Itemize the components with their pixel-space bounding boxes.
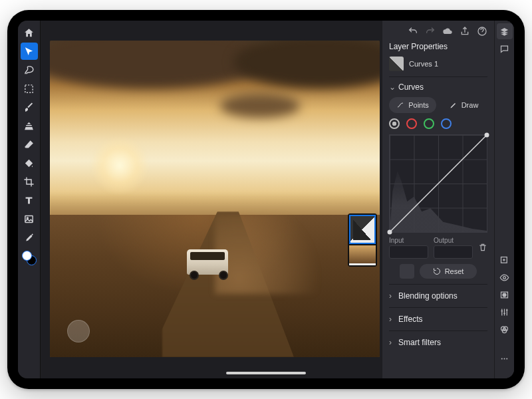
eyedropper-tool[interactable] bbox=[21, 229, 38, 246]
svg-point-13 bbox=[504, 358, 505, 359]
svg-line-4 bbox=[390, 135, 487, 232]
layer-thumbnail-stack[interactable] bbox=[348, 213, 377, 267]
curves-input-field[interactable] bbox=[389, 245, 428, 259]
curve-point-highlight[interactable] bbox=[485, 133, 489, 138]
smart-filters-label: Smart filters bbox=[398, 338, 441, 347]
canvas-subject-van bbox=[182, 244, 233, 281]
redo-icon[interactable] bbox=[425, 26, 436, 37]
canvas-area bbox=[41, 21, 382, 378]
curves-section-label: Curves bbox=[398, 82, 424, 92]
svg-rect-0 bbox=[25, 84, 33, 92]
type-tool[interactable] bbox=[21, 192, 38, 209]
curves-section: ⌄ Curves Points Draw bbox=[389, 77, 487, 285]
delete-point-icon[interactable] bbox=[478, 243, 487, 253]
panel-title: Layer Properties bbox=[389, 39, 487, 55]
move-tool[interactable] bbox=[21, 43, 38, 60]
home-indicator[interactable] bbox=[226, 372, 306, 374]
app-screen: Layer Properties Curves 1 ⌄ Curves Point… bbox=[18, 21, 514, 378]
chevron-right-icon: › bbox=[389, 338, 396, 347]
curve-point-shadow[interactable] bbox=[388, 230, 392, 235]
curves-reset-button[interactable]: Reset bbox=[420, 264, 477, 279]
curves-section-header[interactable]: ⌄ Curves bbox=[389, 82, 487, 92]
curves-auto-button[interactable] bbox=[400, 264, 414, 279]
selection-tool[interactable] bbox=[21, 80, 38, 97]
layer-properties-panel: Layer Properties Curves 1 ⌄ Curves Point… bbox=[382, 21, 494, 378]
foreground-background-colors[interactable] bbox=[22, 251, 37, 265]
visibility-icon[interactable] bbox=[497, 269, 513, 285]
channel-master[interactable] bbox=[389, 118, 400, 129]
more-icon[interactable] bbox=[497, 350, 513, 366]
add-layer-icon[interactable] bbox=[497, 252, 513, 268]
curves-mode-draw[interactable]: Draw bbox=[440, 97, 487, 113]
help-icon[interactable] bbox=[477, 26, 487, 37]
undo-icon[interactable] bbox=[408, 26, 418, 37]
smart-filters-section[interactable]: › Smart filters bbox=[389, 331, 487, 354]
chevron-down-icon: ⌄ bbox=[389, 82, 396, 92]
curves-channel-selector bbox=[389, 118, 487, 129]
svg-point-6 bbox=[503, 276, 506, 279]
blending-options-section[interactable]: › Blending options bbox=[389, 285, 487, 308]
svg-point-14 bbox=[506, 358, 507, 359]
lasso-tool[interactable] bbox=[21, 61, 38, 78]
effects-label: Effects bbox=[398, 315, 422, 324]
active-layer-chip[interactable]: Curves 1 bbox=[389, 55, 487, 77]
chevron-right-icon: › bbox=[389, 315, 396, 324]
channel-green[interactable] bbox=[424, 118, 434, 129]
foreground-color-swatch[interactable] bbox=[22, 251, 32, 261]
output-label: Output bbox=[434, 237, 473, 244]
share-icon[interactable] bbox=[460, 26, 470, 37]
curves-layer-thumb-icon bbox=[389, 57, 404, 71]
layer-thumb-background[interactable] bbox=[349, 245, 376, 265]
tablet-device-frame: Layer Properties Curves 1 ⌄ Curves Point… bbox=[7, 10, 525, 389]
touch-shortcut-puck[interactable] bbox=[67, 320, 90, 342]
comments-icon[interactable] bbox=[497, 41, 513, 57]
right-panel-group: Layer Properties Curves 1 ⌄ Curves Point… bbox=[382, 21, 514, 378]
svg-point-8 bbox=[503, 293, 506, 297]
fill-tool[interactable] bbox=[21, 154, 38, 172]
mask-icon[interactable] bbox=[497, 287, 513, 303]
input-label: Input bbox=[389, 237, 428, 244]
adjust-icon[interactable] bbox=[497, 304, 513, 320]
curves-graph[interactable] bbox=[389, 134, 487, 233]
effects-section[interactable]: › Effects bbox=[389, 308, 487, 331]
layers-icon[interactable] bbox=[497, 23, 513, 39]
channel-red[interactable] bbox=[406, 118, 417, 129]
svg-rect-1 bbox=[25, 215, 33, 222]
eraser-tool[interactable] bbox=[21, 136, 38, 153]
curves-output-field[interactable] bbox=[434, 245, 473, 259]
brush-tool[interactable] bbox=[21, 98, 38, 116]
clone-stamp-tool[interactable] bbox=[21, 117, 38, 134]
crop-tool[interactable] bbox=[21, 173, 38, 190]
document-canvas[interactable] bbox=[50, 41, 380, 357]
blending-options-label: Blending options bbox=[398, 291, 458, 301]
home-icon[interactable] bbox=[21, 24, 38, 41]
channel-blue[interactable] bbox=[441, 118, 452, 129]
layer-thumb-curves[interactable] bbox=[349, 215, 376, 244]
filter-icon[interactable] bbox=[497, 321, 513, 337]
active-layer-name: Curves 1 bbox=[409, 60, 438, 68]
curves-mode-points[interactable]: Points bbox=[389, 97, 436, 113]
cloud-icon[interactable] bbox=[442, 26, 453, 37]
right-toolbar bbox=[494, 21, 514, 378]
left-toolbar bbox=[18, 21, 41, 378]
svg-point-12 bbox=[501, 358, 503, 359]
place-image-tool[interactable] bbox=[21, 210, 38, 227]
chevron-right-icon: › bbox=[389, 291, 396, 301]
